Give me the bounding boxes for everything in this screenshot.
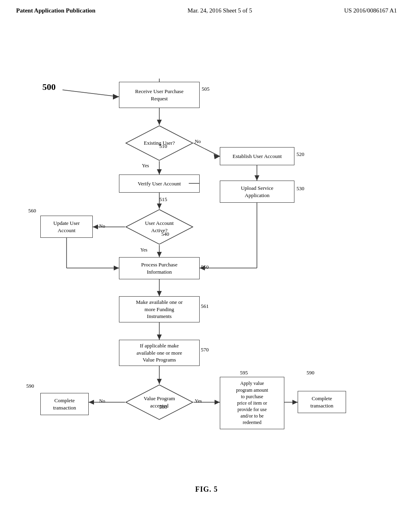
header-publication-type: Patent Application Publication — [16, 7, 96, 14]
node-540: User Account Active? — [125, 209, 194, 245]
node-550: Process Purchase Information — [119, 257, 200, 279]
svg-line-4 — [63, 90, 119, 97]
svg-marker-5 — [113, 94, 119, 100]
svg-marker-35 — [215, 400, 220, 405]
tag-570: 570 — [201, 347, 209, 353]
flowchart-diagram: 500 Receive User Purchase Request 505 Ex… — [0, 22, 413, 506]
node-590a: Complete transaction — [40, 393, 89, 415]
svg-marker-9 — [214, 154, 220, 159]
svg-marker-20 — [93, 224, 98, 229]
tag-505: 505 — [202, 86, 210, 92]
node-510: Existing User? — [125, 125, 194, 161]
svg-marker-29 — [157, 335, 162, 340]
node-561: Make available one or more Funding Instr… — [119, 296, 200, 322]
arrow-yes-540: Yes — [140, 247, 147, 253]
tag-520: 520 — [296, 151, 305, 158]
node-530: Upload Service Application — [220, 181, 294, 203]
node-520: Establish User Account — [220, 147, 294, 165]
page-header: Patent Application Publication Mar. 24, … — [0, 0, 413, 18]
svg-marker-31 — [157, 379, 162, 384]
svg-marker-37 — [292, 400, 298, 405]
node-560: Update User Account — [40, 216, 93, 238]
tag-590a: 590 — [26, 383, 34, 389]
tag-560: 560 — [28, 208, 36, 214]
svg-marker-18 — [157, 204, 162, 209]
tag-515: 515 — [159, 196, 167, 203]
node-580: Value Program accepted — [125, 384, 194, 420]
node-595: Apply value program amount to purchase p… — [220, 377, 284, 429]
node-505: Receive User Purchase Request — [119, 82, 200, 108]
node-570: If applicable make available one or more… — [119, 340, 200, 366]
svg-marker-23 — [114, 266, 119, 270]
svg-line-8 — [194, 143, 220, 156]
figure-caption: FIG. 5 — [195, 485, 218, 494]
header-date-sheet: Mar. 24, 2016 Sheet 5 of 5 — [188, 7, 252, 14]
tag-530: 530 — [296, 185, 305, 192]
svg-marker-33 — [89, 400, 94, 405]
tag-595: 595 — [240, 370, 248, 376]
node-515: Verify User Account — [119, 175, 200, 193]
svg-marker-25 — [157, 252, 162, 257]
svg-marker-11 — [254, 175, 259, 181]
header-patent-number: US 2016/0086167 A1 — [344, 7, 397, 14]
node-590b: Complete transaction — [298, 391, 346, 413]
tag-550: 550 — [201, 264, 209, 270]
arrow-yes-580: Yes — [195, 398, 202, 404]
tag-590b: 590 — [307, 370, 315, 376]
tag-561: 561 — [201, 303, 209, 310]
svg-marker-7 — [157, 120, 162, 125]
svg-marker-27 — [157, 291, 162, 296]
arrow-no-540: No — [99, 223, 105, 229]
svg-marker-16 — [157, 169, 162, 175]
arrow-no-580: No — [99, 398, 105, 404]
flow-number-500: 500 — [42, 82, 56, 92]
arrow-no-510: No — [195, 139, 201, 145]
arrow-yes-510: Yes — [142, 163, 149, 169]
